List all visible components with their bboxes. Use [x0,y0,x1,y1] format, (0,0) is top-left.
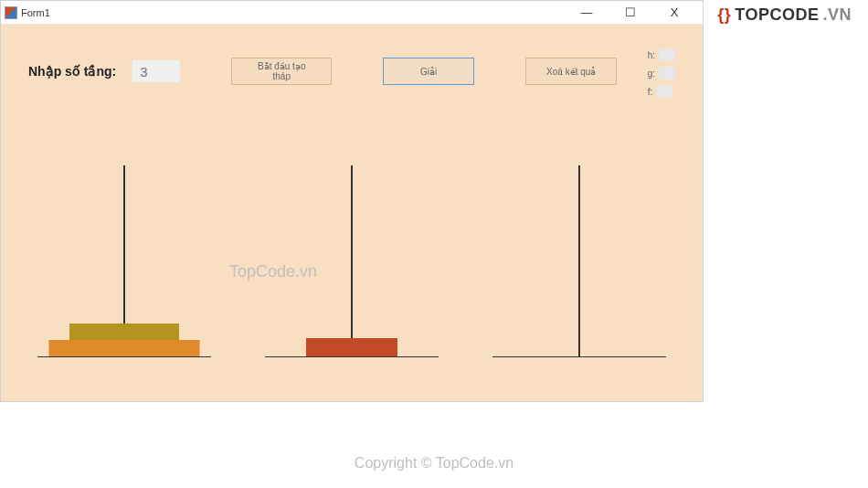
stat-g-label: g: [648,69,655,79]
tower-b [247,145,457,374]
controls-row: Nhập số tầng: Bắt đầu tạo tháp Giải Xoá … [1,25,703,85]
solve-button[interactable]: Giải [383,58,474,85]
client-area: Nhập số tầng: Bắt đầu tạo tháp Giải Xoá … [1,25,703,401]
brand-logo: {} TOPCODE.VN [717,5,852,25]
base-icon [265,356,439,357]
pole-icon [578,165,580,357]
floors-label: Nhập số tầng: [28,64,116,79]
titlebar: Form1 — ☐ X [1,1,703,25]
app-window: Form1 — ☐ X Nhập số tầng: Bắt đầu tạo th… [0,0,704,402]
stat-f-value [656,85,672,98]
brand-suffix: .VN [822,5,852,25]
stat-h-label: h: [648,50,655,60]
maximize-button[interactable]: ☐ [617,4,644,22]
base-icon [37,356,211,357]
side-stats: h: g: f: [648,48,675,98]
towers-area [1,145,703,374]
base-icon [492,356,666,357]
brand-braces-icon: {} [717,5,731,25]
stat-f-label: f: [648,87,653,97]
app-icon [5,6,17,19]
create-tower-button[interactable]: Bắt đầu tạo tháp [231,58,332,85]
close-button[interactable]: X [661,4,688,22]
stat-g-value [659,67,675,80]
minimize-button[interactable]: — [573,4,600,22]
disk-medium [69,324,179,340]
pole-icon [351,165,353,357]
copyright-text: Copyright © TopCode.vn [0,455,868,472]
window-title: Form1 [21,7,573,18]
clear-button[interactable]: Xoá kết quả [525,58,617,85]
window-controls: — ☐ X [573,4,699,22]
floors-input[interactable] [132,60,180,82]
stat-h-value [659,48,675,61]
brand-name: TOPCODE [735,5,819,25]
tower-a [19,145,229,374]
disk-small [306,338,397,356]
disk-large [48,340,199,356]
tower-c [474,145,684,374]
